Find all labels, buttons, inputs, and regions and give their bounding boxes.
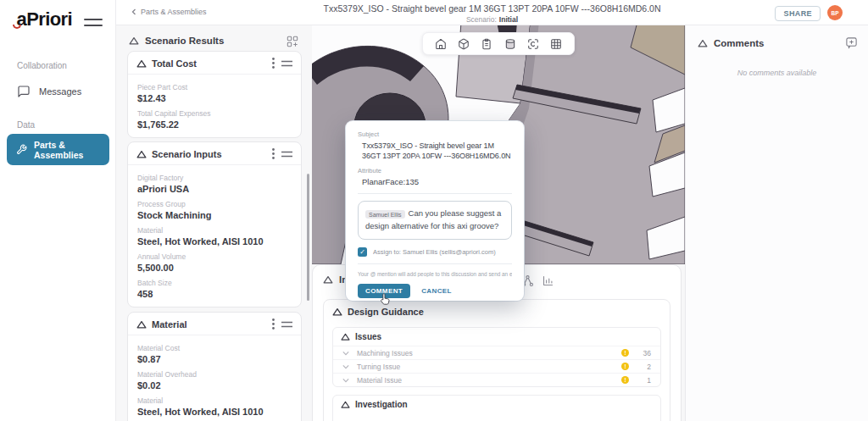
card-title: Scenario Inputs: [152, 149, 265, 159]
field-label: Digital Factory: [137, 174, 292, 182]
page-title: Txx5379X_ISO - Straight bevel gear 1M 36…: [235, 3, 749, 14]
sidebar-item-parts-assemblies[interactable]: Parts & Assemblies: [7, 134, 109, 165]
field-label: Material: [137, 396, 292, 405]
message-bubble-icon: [17, 85, 31, 98]
drag-handle-icon[interactable]: [281, 60, 292, 67]
chevron-down-icon: [342, 378, 349, 383]
breadcrumb[interactable]: Parts & Assemblies: [131, 8, 207, 16]
back-chevron-icon: [131, 8, 136, 15]
total-cost-card: Total Cost Piece Part Cost$12.43 Total C…: [127, 51, 302, 138]
field-value: aPriori USA: [137, 184, 292, 194]
user-avatar[interactable]: BP: [827, 5, 843, 20]
subject-value: Txx5379X_ISO - Straight bevel gear 1M 36…: [362, 141, 512, 161]
apriori-logo: aPriori: [12, 8, 72, 30]
cancel-button[interactable]: CANCEL: [421, 287, 452, 295]
scenario-inputs-card: Scenario Inputs Digital FactoryaPriori U…: [127, 141, 302, 307]
chevron-down-icon: [342, 351, 349, 356]
field-label: Piece Part Cost: [137, 83, 292, 91]
collapse-triangle-icon[interactable]: [332, 307, 342, 316]
field-label: Process Group: [137, 200, 292, 208]
collapse-triangle-icon[interactable]: [136, 320, 147, 329]
add-comment-icon[interactable]: [845, 36, 858, 49]
share-button[interactable]: SHARE: [775, 6, 821, 21]
sidebar-item-messages[interactable]: Messages: [17, 85, 81, 98]
breadcrumb-label: Parts & Assemblies: [141, 8, 207, 16]
issue-row-machining[interactable]: Machining Issues ! 36: [333, 346, 660, 359]
panel-title: Comments: [714, 38, 764, 48]
assign-checkbox-row[interactable]: ✓ Assign to: Samuel Ellis (sellis@aprior…: [358, 247, 512, 257]
field-label: Material Cost: [137, 344, 292, 352]
comment-dialog: Subject Txx5379X_ISO - Straight bevel ge…: [346, 121, 524, 301]
dialog-divider: [358, 263, 512, 264]
card-title: Total Cost: [152, 58, 265, 69]
issue-label: Material Issue: [357, 376, 621, 385]
layout-add-icon[interactable]: [287, 36, 298, 47]
bom-clipboard-icon[interactable]: [481, 38, 492, 50]
design-guidance-card: Design Guidance Issues Machining Issues …: [323, 299, 670, 421]
collapse-triangle-icon[interactable]: [323, 275, 333, 284]
iso-cube-icon[interactable]: [458, 38, 470, 50]
dialog-divider: [358, 193, 512, 194]
card-title: Investigation: [355, 400, 408, 409]
issue-label: Turning Issue: [357, 363, 621, 371]
panel-scrollbar[interactable]: [307, 174, 309, 301]
collapse-triangle-icon[interactable]: [129, 36, 139, 45]
top-header: Parts & Assemblies Txx5379X_ISO - Straig…: [116, 0, 868, 25]
menu-toggle-icon[interactable]: [84, 19, 103, 30]
mention-note: Your @ mention will add people to this d…: [358, 271, 512, 277]
chart-icon[interactable]: [542, 274, 554, 287]
issues-card: Issues Machining Issues ! 36 Turning Iss…: [332, 327, 661, 387]
comments-panel: Comments No comments available: [685, 25, 868, 421]
warning-dot-icon: !: [621, 349, 629, 357]
issue-row-material[interactable]: Material Issue ! 1: [333, 373, 660, 386]
nav-section-data: Data: [17, 120, 35, 130]
checkbox-checked-icon[interactable]: ✓: [358, 247, 367, 257]
comments-empty-state: No comments available: [686, 69, 868, 77]
comment-input[interactable]: Samuel EllisCan you please suggest a des…: [358, 201, 512, 240]
left-nav: aPriori Collaboration Messages Data Part…: [0, 0, 116, 421]
collapse-triangle-icon[interactable]: [136, 59, 147, 68]
drag-handle-icon[interactable]: [281, 151, 292, 158]
logo-text: aPriori: [17, 8, 73, 30]
scenario-line: Scenario:Initial: [235, 15, 749, 24]
collapse-triangle-icon[interactable]: [698, 39, 708, 47]
field-value: 5,500.00: [137, 263, 292, 273]
kebab-menu-icon[interactable]: [270, 319, 276, 330]
field-value: $12.43: [137, 93, 292, 103]
collapse-triangle-icon[interactable]: [136, 150, 147, 158]
investigation-card: Investigation: [332, 395, 661, 421]
field-label: Material Overhead: [137, 370, 292, 379]
apriori-app: aPriori Collaboration Messages Data Part…: [0, 0, 868, 421]
section-view-icon[interactable]: [527, 38, 539, 50]
field-value: Stock Machining: [137, 210, 292, 220]
scenario-value: Initial: [499, 15, 518, 24]
nav-section-collaboration: Collaboration: [17, 61, 67, 70]
scenario-label: Scenario:: [466, 15, 497, 24]
collapse-triangle-icon[interactable]: [341, 333, 350, 341]
home-view-icon[interactable]: [435, 38, 447, 50]
attribute-value: PlanarFace:135: [362, 177, 512, 186]
drag-handle-icon[interactable]: [281, 321, 292, 328]
card-title: Material: [152, 319, 265, 330]
wrench-icon: [16, 144, 27, 155]
mention-chip[interactable]: Samuel Ellis: [365, 210, 405, 219]
field-value: $0.02: [137, 380, 292, 391]
issue-count: 2: [629, 363, 651, 371]
data-table-icon[interactable]: [550, 38, 562, 50]
card-title: Issues: [355, 332, 381, 341]
card-title: Design Guidance: [348, 307, 424, 317]
issue-label: Machining Issues: [357, 349, 621, 357]
kebab-menu-icon[interactable]: [270, 58, 276, 69]
solid-cylinder-icon[interactable]: [504, 38, 516, 50]
chevron-down-icon: [342, 364, 349, 369]
warning-dot-icon: !: [621, 363, 629, 370]
collapse-triangle-icon[interactable]: [341, 401, 350, 408]
kebab-menu-icon[interactable]: [270, 148, 276, 159]
scenario-results-header: Scenario Results: [129, 36, 302, 46]
issue-count: 1: [629, 376, 651, 385]
field-label: Total Capital Expenses: [137, 109, 292, 118]
field-value: $0.87: [137, 354, 292, 364]
field-label: Annual Volume: [137, 252, 292, 261]
issue-row-turning[interactable]: Turning Issue ! 2: [333, 359, 660, 373]
warning-dot-icon: !: [621, 376, 629, 384]
